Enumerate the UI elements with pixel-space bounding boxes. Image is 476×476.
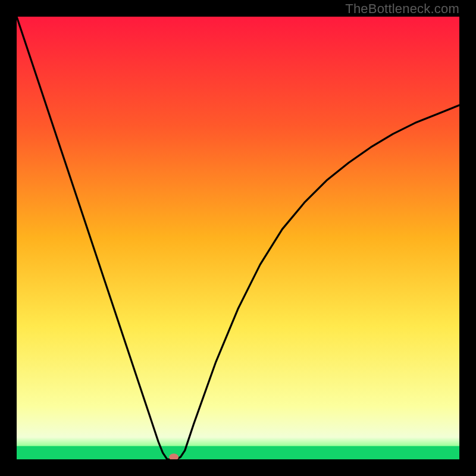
optimal-band [17, 446, 459, 459]
chart-background [17, 17, 459, 459]
bottleneck-chart [17, 17, 459, 459]
watermark-text: TheBottleneck.com [345, 1, 459, 17]
chart-frame [17, 17, 459, 459]
